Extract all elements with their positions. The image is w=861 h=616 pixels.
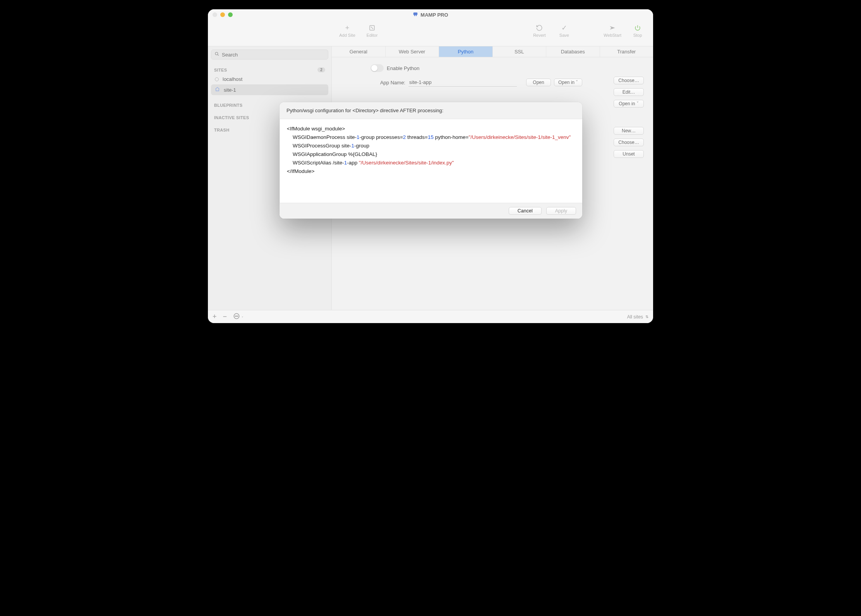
cancel-button[interactable]: Cancel [509,207,542,215]
modal-footer: Cancel Apply [280,203,582,219]
new-button[interactable]: New… [614,127,644,135]
tab-python[interactable]: Python [439,46,493,57]
close-window-button[interactable] [213,12,217,17]
tab-web-server[interactable]: Web Server [386,46,439,57]
tab-general[interactable]: General [332,46,386,57]
open-button[interactable]: Open [526,79,551,86]
app-window: MAMP PRO + Add Site Editor Revert [208,9,653,323]
enable-python-label: Enable Python [387,65,420,71]
status-dot-icon [215,77,219,81]
revert-button[interactable]: Revert [531,24,548,38]
section-sites-label: SITES [214,68,227,72]
enable-python-toggle[interactable] [370,64,384,72]
add-site-label: Add Site [339,33,355,38]
check-icon: ✓ [560,24,568,32]
sidebar-item-site-1[interactable]: site-1 [211,84,328,95]
edit-button[interactable]: Edit… [614,88,644,96]
app-name-input[interactable] [408,78,517,87]
modal-title: Python/wsgi configuration for <Directory… [280,102,582,119]
traffic-lights [213,12,233,17]
minimize-window-button[interactable] [220,12,225,17]
choose-button-2[interactable]: Choose… [614,139,644,146]
stop-button[interactable]: Stop [629,24,646,38]
apply-button[interactable]: Apply [546,207,576,215]
remove-icon[interactable]: − [223,313,227,321]
revert-label: Revert [533,33,545,38]
svg-point-1 [215,52,218,55]
statusbar: + − ˅ All sites ⇅ [208,310,653,323]
open-in-button-2[interactable]: Open in [614,100,644,108]
plane-icon [609,24,616,32]
search-field[interactable] [211,50,328,60]
editor-icon [368,24,376,32]
toolbar: + Add Site Editor Revert ✓ Save [208,20,653,46]
choose-button-1[interactable]: Choose… [614,77,644,84]
save-button[interactable]: ✓ Save [556,24,573,38]
sidebar-item-label: site-1 [224,87,236,93]
sites-count-badge: 2 [317,67,325,72]
tab-ssl[interactable]: SSL [493,46,547,57]
all-sites-filter[interactable]: All sites [627,314,643,320]
plus-icon: + [343,24,351,32]
sidebar-item-label: localhost [223,76,242,82]
svg-point-3 [235,316,236,317]
app-name-label: App Name: [343,80,405,86]
revert-icon [535,24,543,32]
add-site-button[interactable]: + Add Site [339,24,356,38]
section-inactive-label: INACTIVE SITES [214,115,249,120]
app-logo-icon [413,12,418,18]
tabs: General Web Server Python SSL Databases … [332,46,653,57]
section-sites: SITES 2 [211,65,328,74]
home-icon [215,87,220,93]
unset-button[interactable]: Unset [614,150,644,158]
webstart-button[interactable]: WebStart [604,24,621,38]
side-buttons: Choose… Edit… Open in New… Choose… Unset [614,77,644,158]
webstart-label: WebStart [604,33,621,38]
power-icon [634,24,641,32]
section-blueprints-label: BLUEPRINTS [214,103,242,108]
config-code-area[interactable]: <IfModule wsgi_module> WSGIDaemonProcess… [280,119,582,203]
section-trash-label: TRASH [214,128,229,132]
add-icon[interactable]: + [213,313,217,321]
open-in-dropdown-button[interactable]: Open in [554,79,582,86]
tab-transfer[interactable]: Transfer [600,46,653,57]
search-icon [214,51,220,58]
editor-button[interactable]: Editor [364,24,381,38]
wsgi-config-modal: Python/wsgi configuration for <Directory… [280,102,582,219]
search-input[interactable] [222,52,325,58]
maximize-window-button[interactable] [228,12,233,17]
sidebar-item-localhost[interactable]: localhost [211,74,328,84]
svg-point-5 [237,316,238,317]
save-label: Save [559,33,569,38]
sort-arrows-icon[interactable]: ⇅ [645,315,648,319]
titlebar: MAMP PRO [208,9,653,20]
tab-databases[interactable]: Databases [546,46,600,57]
svg-point-4 [236,316,237,317]
python-form: Enable Python App Name: Open Open in [332,57,653,98]
more-icon[interactable]: ˅ [233,313,244,321]
editor-label: Editor [367,33,378,38]
app-title: MAMP PRO [420,12,448,18]
stop-label: Stop [633,33,642,38]
